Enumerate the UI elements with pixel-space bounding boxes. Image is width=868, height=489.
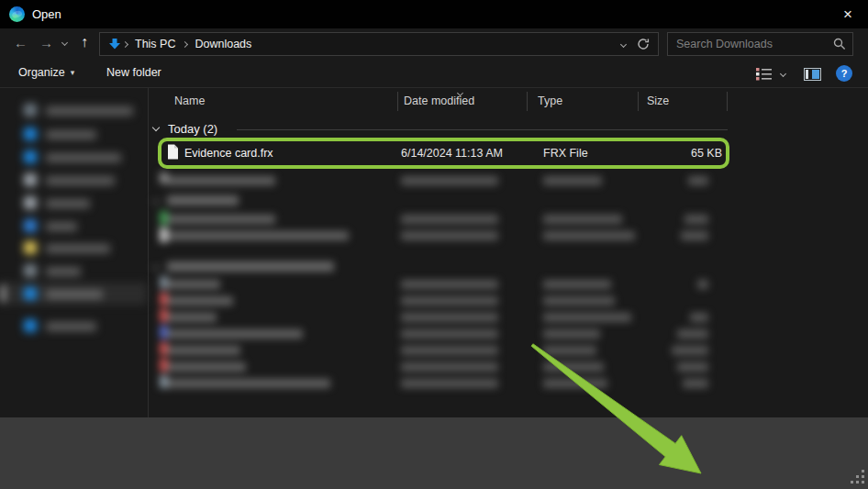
redacted-size-bar [677, 329, 708, 339]
redacted-name-bar [167, 215, 275, 224]
redacted-date-bar [401, 362, 498, 372]
blurred-file-row[interactable] [150, 226, 737, 246]
redacted-type-bar [543, 215, 622, 224]
redacted-date-bar [401, 215, 498, 224]
redacted-type-bar [543, 346, 596, 355]
redacted-type-bar [543, 296, 615, 306]
redacted-size-bar [688, 176, 708, 185]
redacted-size-bar [684, 215, 708, 224]
redacted-name-bar [167, 329, 303, 339]
redacted-type-bar [543, 280, 611, 289]
group-collapse-chevron-icon [152, 262, 160, 270]
group-collapse-chevron-icon [152, 196, 160, 204]
open-dialog-window: Open × ← → ↑ This PC Downloads Organize▾ [0, 0, 868, 489]
redacted-name-bar [167, 231, 349, 240]
redacted-date-bar [401, 346, 498, 355]
redacted-type-bar [543, 329, 600, 339]
redacted-size-bar [681, 231, 708, 240]
redacted-date-bar [401, 176, 498, 185]
redacted-date-bar [401, 313, 498, 322]
blurred-file-row[interactable] [150, 373, 737, 394]
redacted-size-bar [690, 313, 708, 322]
resize-grip[interactable] [862, 470, 864, 472]
redacted-name-bar [167, 176, 275, 185]
redacted-size-bar [697, 280, 708, 289]
redacted-size-bar [672, 346, 708, 355]
redacted-name-bar [167, 313, 217, 322]
redacted-name-bar [167, 280, 220, 289]
redacted-name-bar [167, 346, 240, 355]
list-blurred-rows [0, 0, 868, 417]
redacted-size-bar [683, 379, 708, 388]
redacted-text-bar [167, 261, 334, 272]
redacted-name-bar [167, 379, 330, 388]
redacted-date-bar [401, 231, 498, 240]
redacted-type-bar [543, 362, 604, 372]
blurred-group-header[interactable] [150, 191, 737, 211]
redacted-type-bar [543, 176, 602, 185]
redacted-date-bar [401, 379, 498, 388]
redacted-date-bar [401, 329, 498, 339]
redacted-size-bar [677, 362, 708, 372]
redacted-text-bar [167, 195, 239, 206]
blurred-file-row[interactable] [150, 171, 737, 191]
redacted-name-bar [167, 362, 246, 372]
redacted-type-bar [543, 379, 607, 388]
redacted-date-bar [401, 296, 498, 306]
redacted-type-bar [543, 313, 631, 322]
redacted-date-bar [401, 280, 498, 289]
footer-panel: File name: All files (*.*) Upload from m… [0, 417, 868, 489]
highlight-box-annotation [158, 138, 729, 169]
redacted-name-bar [167, 296, 233, 306]
redacted-type-bar [543, 231, 635, 240]
